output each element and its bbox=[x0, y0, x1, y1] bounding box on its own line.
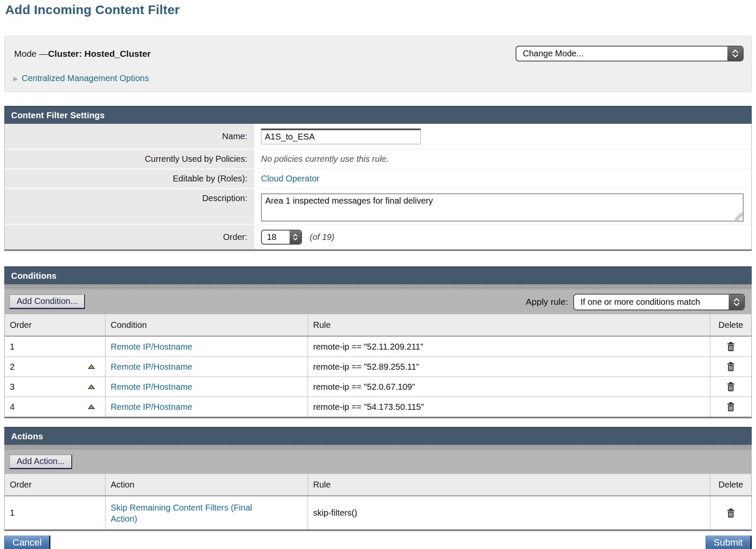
column-header-rule: Rule bbox=[308, 314, 710, 336]
content-filter-settings-section: Content Filter Settings Name: Currently … bbox=[4, 106, 752, 251]
mode-row: Mode —Cluster: Hosted_Cluster Change Mod… bbox=[14, 46, 744, 61]
texture-strip bbox=[4, 445, 752, 450]
action-rule: skip-filters() bbox=[313, 508, 357, 518]
condition-order: 1 bbox=[10, 342, 15, 352]
condition-table-row: 3 Remote IP/Hostname remote-ip == "52.0.… bbox=[5, 377, 751, 397]
condition-table-row: 4 Remote IP/Hostname remote-ip == "54.17… bbox=[5, 397, 751, 417]
column-header-condition: Condition bbox=[105, 314, 308, 336]
up-down-chevrons-icon bbox=[290, 231, 301, 244]
conditions-section-header: Conditions bbox=[4, 266, 752, 284]
conditions-table-header: Order Condition Rule Delete bbox=[5, 314, 751, 336]
management-options-row: ▶ Centralized Management Options bbox=[13, 73, 149, 83]
delete-action-button[interactable] bbox=[726, 508, 735, 518]
mode-text: Mode —Cluster: Hosted_Cluster bbox=[14, 49, 151, 59]
name-label: Name: bbox=[5, 124, 255, 149]
cancel-button[interactable]: Cancel bbox=[4, 535, 50, 549]
condition-link[interactable]: Remote IP/Hostname bbox=[111, 402, 192, 412]
apply-rule-group: Apply rule: If one or more conditions ma… bbox=[526, 294, 745, 310]
trash-icon bbox=[726, 508, 735, 518]
settings-row-editable: Editable by (Roles): Cloud Operator bbox=[5, 168, 751, 188]
move-up-button[interactable] bbox=[88, 384, 95, 389]
description-label: Description: bbox=[5, 189, 255, 224]
cloud-operator-link[interactable]: Cloud Operator bbox=[261, 174, 319, 184]
submit-button[interactable]: Submit bbox=[706, 535, 752, 549]
trash-icon bbox=[726, 342, 735, 352]
delete-condition-button[interactable] bbox=[726, 342, 735, 352]
add-condition-button[interactable]: Add Condition... bbox=[9, 295, 85, 309]
condition-table-row: 1 Remote IP/Hostname remote-ip == "52.11… bbox=[5, 336, 751, 356]
column-header-delete: Delete bbox=[710, 314, 751, 336]
settings-row-name: Name: bbox=[5, 124, 751, 149]
trash-icon bbox=[726, 382, 735, 392]
mode-label: Mode — bbox=[14, 49, 48, 58]
conditions-toolbar: Add Condition... Apply rule: If one or m… bbox=[4, 289, 752, 314]
condition-rule: remote-ip == "52.89.255.11" bbox=[313, 362, 419, 372]
policies-value: No policies currently use this rule. bbox=[261, 154, 389, 164]
condition-table-row: 2 Remote IP/Hostname remote-ip == "52.89… bbox=[5, 356, 751, 377]
order-select[interactable]: 18 bbox=[261, 230, 302, 245]
up-down-chevrons-icon bbox=[729, 295, 744, 310]
up-triangle-icon bbox=[88, 404, 95, 409]
order-select-value: 18 bbox=[262, 232, 276, 242]
actions-toolbar: Add Action... bbox=[4, 450, 752, 474]
up-down-chevrons-icon bbox=[727, 47, 743, 61]
delete-condition-button[interactable] bbox=[726, 402, 735, 412]
action-order: 1 bbox=[10, 508, 15, 518]
condition-link[interactable]: Remote IP/Hostname bbox=[111, 382, 192, 392]
page-title: Add Incoming Content Filter bbox=[5, 3, 752, 17]
apply-rule-label: Apply rule: bbox=[526, 297, 568, 307]
texture-strip bbox=[4, 284, 752, 289]
apply-rule-select-value: If one or more conditions match bbox=[574, 297, 700, 307]
actions-table-header: Order Action Rule Delete bbox=[5, 474, 751, 496]
settings-row-description: Description: Area 1 inspected messages f… bbox=[5, 188, 751, 224]
delete-condition-button[interactable] bbox=[726, 362, 735, 372]
policies-label: Currently Used by Policies: bbox=[5, 150, 255, 168]
condition-link[interactable]: Remote IP/Hostname bbox=[111, 342, 192, 352]
column-header-delete: Delete bbox=[710, 474, 751, 495]
trash-icon bbox=[726, 362, 735, 372]
condition-rule: remote-ip == "52.0.67.109" bbox=[313, 382, 415, 392]
up-triangle-icon bbox=[88, 364, 95, 369]
actions-table: Order Action Rule Delete 1 Skip Remainin… bbox=[4, 474, 752, 531]
settings-row-policies: Currently Used by Policies: No policies … bbox=[5, 149, 751, 168]
move-up-button[interactable] bbox=[88, 404, 95, 409]
move-up-button[interactable] bbox=[88, 364, 95, 369]
condition-rule: remote-ip == "52.11.209.211" bbox=[313, 342, 423, 352]
delete-condition-button[interactable] bbox=[726, 382, 735, 392]
name-input[interactable] bbox=[261, 128, 421, 144]
page: Add Incoming Content Filter Mode —Cluste… bbox=[0, 3, 756, 549]
condition-order: 2 bbox=[10, 362, 15, 372]
mode-value: Cluster: Hosted_Cluster bbox=[48, 49, 150, 58]
column-header-action: Action bbox=[105, 474, 308, 495]
settings-row-order: Order: 18 (of 19) bbox=[5, 224, 751, 249]
column-header-order: Order bbox=[5, 474, 105, 495]
footer-bar: Cancel Submit bbox=[4, 535, 752, 549]
apply-rule-select[interactable]: If one or more conditions match bbox=[573, 294, 745, 310]
actions-section-header: Actions bbox=[4, 427, 752, 445]
order-label: Order: bbox=[5, 225, 255, 249]
up-triangle-icon bbox=[88, 384, 95, 389]
column-header-order: Order bbox=[5, 314, 105, 336]
change-mode-select[interactable]: Change Mode... bbox=[516, 46, 744, 61]
order-total-note: (of 19) bbox=[310, 232, 334, 242]
conditions-table: Order Condition Rule Delete 1 Remote IP/… bbox=[4, 314, 752, 418]
condition-rule: remote-ip == "54.173.50.115" bbox=[313, 402, 424, 412]
description-textarea[interactable]: Area 1 inspected messages for final deli… bbox=[261, 193, 744, 222]
mode-panel: Mode —Cluster: Hosted_Cluster Change Mod… bbox=[4, 36, 752, 92]
editable-label: Editable by (Roles): bbox=[5, 169, 255, 188]
settings-section-header: Content Filter Settings bbox=[4, 106, 752, 124]
condition-order: 4 bbox=[10, 402, 15, 412]
actions-section: Actions Add Action... Order Action Rule … bbox=[4, 427, 752, 531]
expand-triangle-icon[interactable]: ▶ bbox=[13, 76, 18, 82]
action-table-row: 1 Skip Remaining Content Filters (Final … bbox=[5, 496, 751, 529]
trash-icon bbox=[726, 402, 735, 412]
conditions-section: Conditions Add Condition... Apply rule: … bbox=[4, 266, 752, 418]
change-mode-select-value: Change Mode... bbox=[516, 49, 583, 58]
centralized-management-options-link[interactable]: Centralized Management Options bbox=[22, 73, 149, 83]
add-action-button[interactable]: Add Action... bbox=[9, 455, 72, 469]
condition-link[interactable]: Remote IP/Hostname bbox=[111, 362, 192, 372]
condition-order: 3 bbox=[10, 382, 15, 392]
column-header-rule: Rule bbox=[308, 474, 710, 495]
settings-table: Name: Currently Used by Policies: No pol… bbox=[4, 124, 752, 251]
action-link[interactable]: Skip Remaining Content Filters (Final Ac… bbox=[111, 502, 274, 524]
